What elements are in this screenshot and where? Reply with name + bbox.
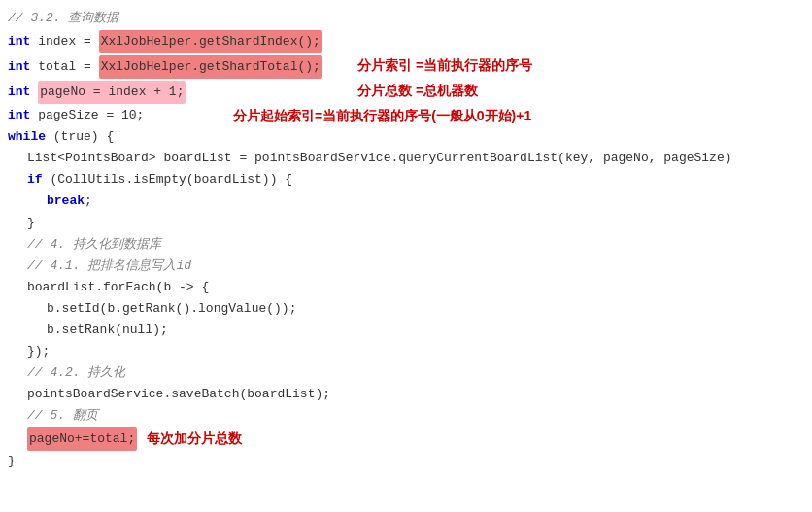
line-pageinc: pageNo+=total; 每次加分片总数 [0,427,812,451]
line-foreach: boardList.forEach(b -> { [0,277,812,298]
comment-text2: // 4. 持久化到数据库 [27,234,161,256]
line-comment1: // 3.2. 查询数据 [0,8,812,29]
code-setrank: b.setRank(null); [47,320,168,341]
comment-text5: // 5. 翻页 [27,405,98,427]
line-setid: b.setId(b.getRank().longValue()); [0,298,812,320]
keyword-if: if [27,169,43,190]
code-close-while: } [8,451,16,472]
line-comment3: // 4.1. 把排名信息写入id [0,256,812,277]
line-if: if (CollUtils.isEmpty(boardList)) { [0,169,812,190]
annotation-container: int index = XxlJobHelper.getShardIndex()… [0,29,812,105]
annotation-2: 分片总数 =总机器数 [357,80,478,103]
comment-text4: // 4.2. 持久化 [27,362,125,384]
line-setrank: b.setRank(null); [0,320,812,341]
code-close-foreach: }); [27,341,50,362]
annotation-4: 每次加分片总数 [147,427,242,451]
code-index: index = [30,31,98,52]
code-while: (true) { [46,126,114,148]
highlight-index: XxlJobHelper.getShardIndex(); [99,30,322,53]
code-if: (CollUtils.isEmpty(boardList)) { [43,169,292,190]
keyword-int4: int [8,105,30,126]
code-list: List<PointsBoard> boardList = pointsBoar… [27,148,732,169]
code-space [30,82,38,103]
highlight-total: XxlJobHelper.getShardTotal(); [99,55,322,79]
code-break: ; [85,190,92,212]
comment-text3: // 4.1. 把排名信息写入id [27,256,191,277]
line-close-if: } [0,213,812,234]
line-break: break ; [0,190,812,212]
line-while: while (true) { [0,126,812,148]
highlight-pageno: pageNo = index + 1; [38,81,186,104]
line-savebatch: pointsBoardService.saveBatch(boardList); [0,384,812,405]
keyword-int2: int [8,56,30,78]
keyword-int: int [8,31,30,52]
line-pagesize: int pageSize = 10; [0,105,812,126]
line-list: List<PointsBoard> boardList = pointsBoar… [0,148,812,169]
keyword-break: break [47,190,85,212]
comment-text: // 3.2. 查询数据 [8,8,118,29]
keyword-while: while [8,126,46,148]
code-close-if: } [27,213,35,234]
line-index: int index = XxlJobHelper.getShardIndex()… [0,29,812,54]
line-close-foreach: }); [0,341,812,362]
code-setid: b.setId(b.getRank().longValue()); [47,298,296,320]
code-container: // 3.2. 查询数据 int index = XxlJobHelper.ge… [0,0,812,480]
code-pagesize: pageSize = 10; [30,105,144,126]
line-comment2: // 4. 持久化到数据库 [0,234,812,256]
code-foreach: boardList.forEach(b -> { [27,277,209,298]
line-comment4: // 4.2. 持久化 [0,362,812,384]
keyword-int3: int [8,82,30,103]
line-comment5: // 5. 翻页 [0,405,812,427]
code-total: total = [30,56,98,78]
highlight-pageinc: pageNo+=total; [27,427,137,451]
line-close-while: } [0,451,812,472]
code-savebatch: pointsBoardService.saveBatch(boardList); [27,384,330,405]
annotation-1: 分片索引 =当前执行器的序号 [357,54,532,78]
